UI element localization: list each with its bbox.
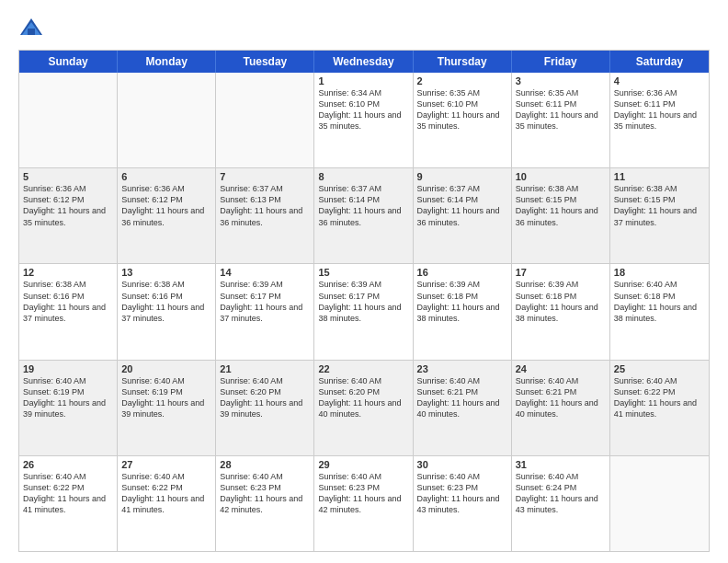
cal-cell-w1-d0: 5Sunrise: 6:36 AM Sunset: 6:12 PM Daylig… <box>19 168 118 263</box>
week-row-4: 26Sunrise: 6:40 AM Sunset: 6:22 PM Dayli… <box>19 455 709 551</box>
cell-info-29: Sunrise: 6:40 AM Sunset: 6:23 PM Dayligh… <box>318 471 408 516</box>
cell-info-15: Sunrise: 6:39 AM Sunset: 6:17 PM Dayligh… <box>318 279 408 324</box>
day-num-11: 11 <box>614 171 705 182</box>
cell-info-22: Sunrise: 6:40 AM Sunset: 6:20 PM Dayligh… <box>318 375 408 420</box>
cal-cell-w2-d4: 16Sunrise: 6:39 AM Sunset: 6:18 PM Dayli… <box>414 264 512 359</box>
cell-info-11: Sunrise: 6:38 AM Sunset: 6:15 PM Dayligh… <box>614 183 705 228</box>
cal-cell-w1-d6: 11Sunrise: 6:38 AM Sunset: 6:15 PM Dayli… <box>610 168 709 263</box>
cal-cell-w4-d2: 28Sunrise: 6:40 AM Sunset: 6:23 PM Dayli… <box>216 456 314 551</box>
day-num-8: 8 <box>318 171 408 182</box>
cal-cell-w3-d6: 25Sunrise: 6:40 AM Sunset: 6:22 PM Dayli… <box>610 361 709 455</box>
logo-icon <box>18 15 44 40</box>
cal-cell-w2-d2: 14Sunrise: 6:39 AM Sunset: 6:17 PM Dayli… <box>216 264 314 359</box>
cal-cell-w2-d3: 15Sunrise: 6:39 AM Sunset: 6:17 PM Dayli… <box>314 264 413 359</box>
day-num-19: 19 <box>23 363 113 374</box>
svg-rect-2 <box>28 29 35 35</box>
cal-cell-w0-d0 <box>19 73 118 167</box>
header-monday: Monday <box>118 51 216 73</box>
cell-info-8: Sunrise: 6:37 AM Sunset: 6:14 PM Dayligh… <box>318 183 408 228</box>
cal-cell-w1-d3: 8Sunrise: 6:37 AM Sunset: 6:14 PM Daylig… <box>314 168 413 263</box>
page: Sunday Monday Tuesday Wednesday Thursday… <box>0 0 728 563</box>
header-wednesday: Wednesday <box>314 51 413 73</box>
day-num-17: 17 <box>516 267 606 278</box>
cell-info-2: Sunrise: 6:35 AM Sunset: 6:10 PM Dayligh… <box>417 87 507 132</box>
day-num-4: 4 <box>614 75 705 86</box>
header-tuesday: Tuesday <box>216 51 314 73</box>
day-num-29: 29 <box>318 459 408 470</box>
header-sunday: Sunday <box>19 51 118 73</box>
day-num-2: 2 <box>417 75 507 86</box>
cell-info-30: Sunrise: 6:40 AM Sunset: 6:23 PM Dayligh… <box>417 471 507 516</box>
week-row-3: 19Sunrise: 6:40 AM Sunset: 6:19 PM Dayli… <box>19 360 709 455</box>
day-num-12: 12 <box>23 267 113 278</box>
cal-cell-w2-d1: 13Sunrise: 6:38 AM Sunset: 6:16 PM Dayli… <box>118 264 216 359</box>
day-num-9: 9 <box>417 171 507 182</box>
cell-info-3: Sunrise: 6:35 AM Sunset: 6:11 PM Dayligh… <box>516 87 606 132</box>
cal-cell-w1-d1: 6Sunrise: 6:36 AM Sunset: 6:12 PM Daylig… <box>118 168 216 263</box>
cell-info-10: Sunrise: 6:38 AM Sunset: 6:15 PM Dayligh… <box>516 183 606 228</box>
header-saturday: Saturday <box>610 51 709 73</box>
cal-cell-w2-d5: 17Sunrise: 6:39 AM Sunset: 6:18 PM Dayli… <box>512 264 610 359</box>
cell-info-13: Sunrise: 6:38 AM Sunset: 6:16 PM Dayligh… <box>121 279 211 324</box>
cell-info-28: Sunrise: 6:40 AM Sunset: 6:23 PM Dayligh… <box>220 471 310 516</box>
week-row-2: 12Sunrise: 6:38 AM Sunset: 6:16 PM Dayli… <box>19 263 709 359</box>
calendar: Sunday Monday Tuesday Wednesday Thursday… <box>18 50 710 552</box>
cal-cell-w3-d3: 22Sunrise: 6:40 AM Sunset: 6:20 PM Dayli… <box>314 361 413 455</box>
day-num-16: 16 <box>417 267 507 278</box>
cell-info-17: Sunrise: 6:39 AM Sunset: 6:18 PM Dayligh… <box>516 279 606 324</box>
cell-info-9: Sunrise: 6:37 AM Sunset: 6:14 PM Dayligh… <box>417 183 507 228</box>
calendar-body: 1Sunrise: 6:34 AM Sunset: 6:10 PM Daylig… <box>19 73 709 551</box>
cal-cell-w3-d0: 19Sunrise: 6:40 AM Sunset: 6:19 PM Dayli… <box>19 361 118 455</box>
day-num-22: 22 <box>318 363 408 374</box>
cal-cell-w3-d4: 23Sunrise: 6:40 AM Sunset: 6:21 PM Dayli… <box>414 361 512 455</box>
cal-cell-w0-d2 <box>216 73 314 167</box>
cal-cell-w3-d5: 24Sunrise: 6:40 AM Sunset: 6:21 PM Dayli… <box>512 361 610 455</box>
day-num-21: 21 <box>220 363 310 374</box>
day-num-6: 6 <box>121 171 211 182</box>
cal-cell-w1-d5: 10Sunrise: 6:38 AM Sunset: 6:15 PM Dayli… <box>512 168 610 263</box>
cell-info-31: Sunrise: 6:40 AM Sunset: 6:24 PM Dayligh… <box>516 471 606 516</box>
calendar-header: Sunday Monday Tuesday Wednesday Thursday… <box>19 51 709 73</box>
cal-cell-w4-d5: 31Sunrise: 6:40 AM Sunset: 6:24 PM Dayli… <box>512 456 610 551</box>
cell-info-27: Sunrise: 6:40 AM Sunset: 6:22 PM Dayligh… <box>121 471 211 516</box>
day-num-24: 24 <box>516 363 606 374</box>
cal-cell-w4-d4: 30Sunrise: 6:40 AM Sunset: 6:23 PM Dayli… <box>414 456 512 551</box>
cal-cell-w4-d6 <box>610 456 709 551</box>
cell-info-4: Sunrise: 6:36 AM Sunset: 6:11 PM Dayligh… <box>614 87 705 132</box>
cal-cell-w0-d3: 1Sunrise: 6:34 AM Sunset: 6:10 PM Daylig… <box>314 73 413 167</box>
cell-info-7: Sunrise: 6:37 AM Sunset: 6:13 PM Dayligh… <box>220 183 310 228</box>
cal-cell-w4-d1: 27Sunrise: 6:40 AM Sunset: 6:22 PM Dayli… <box>118 456 216 551</box>
day-num-7: 7 <box>220 171 310 182</box>
header-thursday: Thursday <box>414 51 512 73</box>
cell-info-18: Sunrise: 6:40 AM Sunset: 6:18 PM Dayligh… <box>614 279 705 324</box>
cell-info-20: Sunrise: 6:40 AM Sunset: 6:19 PM Dayligh… <box>121 375 211 420</box>
day-num-15: 15 <box>318 267 408 278</box>
cal-cell-w0-d5: 3Sunrise: 6:35 AM Sunset: 6:11 PM Daylig… <box>512 73 610 167</box>
cell-info-6: Sunrise: 6:36 AM Sunset: 6:12 PM Dayligh… <box>121 183 211 228</box>
day-num-10: 10 <box>516 171 606 182</box>
cell-info-23: Sunrise: 6:40 AM Sunset: 6:21 PM Dayligh… <box>417 375 507 420</box>
cal-cell-w4-d0: 26Sunrise: 6:40 AM Sunset: 6:22 PM Dayli… <box>19 456 118 551</box>
day-num-13: 13 <box>121 267 211 278</box>
header <box>18 15 710 40</box>
cell-info-12: Sunrise: 6:38 AM Sunset: 6:16 PM Dayligh… <box>23 279 113 324</box>
cal-cell-w0-d4: 2Sunrise: 6:35 AM Sunset: 6:10 PM Daylig… <box>414 73 512 167</box>
cal-cell-w3-d1: 20Sunrise: 6:40 AM Sunset: 6:19 PM Dayli… <box>118 361 216 455</box>
cal-cell-w1-d4: 9Sunrise: 6:37 AM Sunset: 6:14 PM Daylig… <box>414 168 512 263</box>
cal-cell-w0-d6: 4Sunrise: 6:36 AM Sunset: 6:11 PM Daylig… <box>610 73 709 167</box>
cal-cell-w0-d1 <box>118 73 216 167</box>
day-num-1: 1 <box>318 75 408 86</box>
cal-cell-w3-d2: 21Sunrise: 6:40 AM Sunset: 6:20 PM Dayli… <box>216 361 314 455</box>
cell-info-14: Sunrise: 6:39 AM Sunset: 6:17 PM Dayligh… <box>220 279 310 324</box>
cal-cell-w2-d6: 18Sunrise: 6:40 AM Sunset: 6:18 PM Dayli… <box>610 264 709 359</box>
cell-info-25: Sunrise: 6:40 AM Sunset: 6:22 PM Dayligh… <box>614 375 705 420</box>
day-num-26: 26 <box>23 459 113 470</box>
cal-cell-w2-d0: 12Sunrise: 6:38 AM Sunset: 6:16 PM Dayli… <box>19 264 118 359</box>
day-num-3: 3 <box>516 75 606 86</box>
day-num-30: 30 <box>417 459 507 470</box>
cell-info-5: Sunrise: 6:36 AM Sunset: 6:12 PM Dayligh… <box>23 183 113 228</box>
cal-cell-w1-d2: 7Sunrise: 6:37 AM Sunset: 6:13 PM Daylig… <box>216 168 314 263</box>
day-num-5: 5 <box>23 171 113 182</box>
day-num-14: 14 <box>220 267 310 278</box>
day-num-18: 18 <box>614 267 705 278</box>
